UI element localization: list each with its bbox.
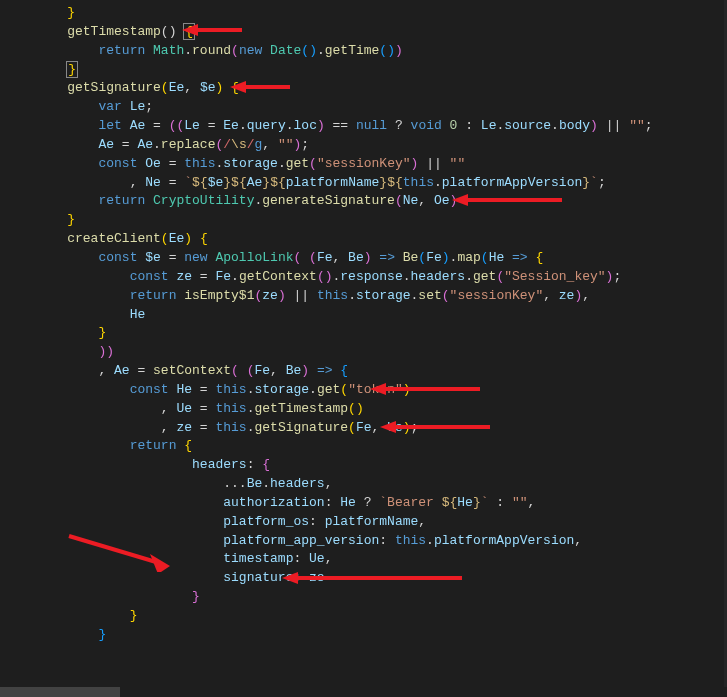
code-line[interactable]: } — [0, 324, 727, 343]
code-line[interactable]: platform_os: platformName, — [0, 513, 727, 532]
code-token: , — [130, 175, 146, 190]
code-token: == — [325, 118, 356, 133]
code-line[interactable]: } — [0, 588, 727, 607]
code-token: { — [183, 23, 195, 40]
code-token: this — [215, 420, 246, 435]
code-token: ze — [176, 420, 192, 435]
code-token: } — [67, 212, 75, 227]
code-line[interactable]: } — [0, 607, 727, 626]
code-line[interactable]: , Ne = `${$e}${Ae}${platformName}${this.… — [0, 174, 727, 193]
code-line[interactable]: const He = this.storage.get("token") — [0, 381, 727, 400]
code-token: "" — [278, 137, 294, 152]
code-token: , — [270, 363, 286, 378]
code-token: / — [247, 137, 255, 152]
code-token: Ue — [176, 401, 192, 416]
code-token: ; — [145, 99, 153, 114]
code-token: this — [215, 401, 246, 416]
code-token: ; — [613, 269, 621, 284]
code-line[interactable]: )) — [0, 343, 727, 362]
code-token: : — [293, 570, 309, 585]
code-line[interactable]: authorization: He ? `Bearer ${He}` : "", — [0, 494, 727, 513]
code-line[interactable]: return { — [0, 437, 727, 456]
code-line[interactable]: Ae = Ae.replace(/\s/g, ""); — [0, 136, 727, 155]
code-token: , — [325, 476, 333, 491]
code-line[interactable]: , ze = this.getSignature(Fe, Ue); — [0, 419, 727, 438]
code-token: Fe — [254, 363, 270, 378]
code-line[interactable]: } — [0, 4, 727, 23]
code-token: ${ — [387, 175, 403, 190]
code-token: = — [145, 118, 168, 133]
code-token: ; — [598, 175, 606, 190]
code-token: Ee — [223, 118, 239, 133]
horizontal-scrollbar-thumb[interactable] — [0, 687, 120, 697]
code-token: storage — [356, 288, 411, 303]
code-token: getTimestamp — [67, 24, 161, 39]
code-line[interactable]: return CryptoUtility.generateSignature(N… — [0, 192, 727, 211]
code-token: ( — [340, 382, 348, 397]
code-line[interactable]: var Le; — [0, 98, 727, 117]
code-token: () — [348, 401, 364, 416]
code-token: $e — [145, 250, 161, 265]
code-token: getSignature — [254, 420, 348, 435]
code-token: . — [434, 175, 442, 190]
code-line[interactable]: } — [0, 626, 727, 645]
code-line[interactable]: } — [0, 61, 727, 80]
code-line[interactable]: return Math.round(new Date().getTime()) — [0, 42, 727, 61]
code-token: ze — [262, 288, 278, 303]
code-token: = — [192, 382, 215, 397]
code-token: = — [161, 156, 184, 171]
code-token: Ee — [169, 231, 185, 246]
code-line[interactable]: He — [0, 306, 727, 325]
code-token: "" — [629, 118, 645, 133]
code-token: He — [457, 495, 473, 510]
code-token: round — [192, 43, 231, 58]
code-line[interactable]: return isEmpty$1(ze) || this.storage.set… — [0, 287, 727, 306]
code-token: Ae — [137, 137, 153, 152]
code-token: . — [239, 118, 247, 133]
code-token: headers — [192, 457, 247, 472]
code-line[interactable]: ...Be.headers, — [0, 475, 727, 494]
code-token: = — [161, 250, 184, 265]
code-token: return — [130, 438, 185, 453]
code-token: get — [317, 382, 340, 397]
code-token: Ne — [403, 193, 419, 208]
code-token: , — [161, 401, 177, 416]
code-line[interactable]: platform_app_version: this.platformAppVe… — [0, 532, 727, 551]
code-token: He — [489, 250, 505, 265]
code-token: this — [184, 156, 215, 171]
code-editor[interactable]: } getTimestamp() { return Math.round(new… — [0, 0, 727, 645]
code-line[interactable]: let Ae = ((Le = Ee.query.loc) == null ? … — [0, 117, 727, 136]
code-token: this — [317, 288, 348, 303]
code-token: , — [333, 250, 349, 265]
code-token: Ae — [130, 118, 146, 133]
code-token: isEmpty$1 — [184, 288, 254, 303]
code-token: (( — [169, 118, 185, 133]
code-line[interactable]: getTimestamp() { — [0, 23, 727, 42]
code-token: || — [286, 288, 317, 303]
code-line[interactable]: timestamp: Ue, — [0, 550, 727, 569]
horizontal-scrollbar[interactable] — [0, 687, 727, 697]
code-token: Be — [403, 250, 419, 265]
code-line[interactable]: const ze = Fe.getContext().response.head… — [0, 268, 727, 287]
code-token: Oe — [434, 193, 450, 208]
code-line[interactable]: , Ae = setContext( (Fe, Be) => { — [0, 362, 727, 381]
code-token: $e — [200, 80, 216, 95]
code-token: . — [278, 156, 286, 171]
code-token: } — [379, 175, 387, 190]
code-token: . — [551, 118, 559, 133]
code-token: ... — [223, 476, 246, 491]
code-token: ${ — [231, 175, 247, 190]
code-token: } — [67, 5, 75, 20]
code-token: ${ — [270, 175, 286, 190]
code-line[interactable]: headers: { — [0, 456, 727, 475]
code-line[interactable]: const $e = new ApolloLink( (Fe, Be) => B… — [0, 249, 727, 268]
code-line[interactable]: } — [0, 211, 727, 230]
code-line[interactable]: signature: ze — [0, 569, 727, 588]
code-line[interactable]: createClient(Ee) { — [0, 230, 727, 249]
code-token: : — [309, 514, 325, 529]
code-line[interactable]: const Oe = this.storage.get("sessionKey"… — [0, 155, 727, 174]
code-token: `Bearer — [379, 495, 441, 510]
code-line[interactable]: , Ue = this.getTimestamp() — [0, 400, 727, 419]
code-line[interactable]: getSignature(Ee, $e) { — [0, 79, 727, 98]
code-token: Date — [270, 43, 301, 58]
